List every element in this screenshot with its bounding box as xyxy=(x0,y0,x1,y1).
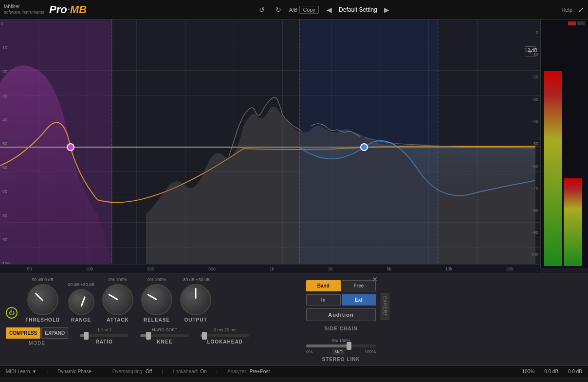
lookahead-item: Lookahead: On xyxy=(173,369,207,374)
undo-button[interactable]: ↺ xyxy=(256,5,268,15)
ab-copy-area[interactable]: A/B Copy xyxy=(289,6,319,14)
lookahead-thumb[interactable] xyxy=(202,332,207,340)
knee-slider[interactable] xyxy=(140,334,189,337)
stereo-bottom: 0% M/D 100% xyxy=(306,349,376,355)
stereo-thumb[interactable] xyxy=(347,342,351,350)
dynamic-phase-item[interactable]: Dynamic Phase xyxy=(57,369,92,374)
header-center: ↺ ↻ A/B Copy ◀ Default Setting ▶ xyxy=(87,5,561,15)
stereo-group: 0% 100% 0% M/D 100% STEREO LINK xyxy=(306,338,376,362)
threshold-indicator xyxy=(35,292,43,301)
attack-range: 0% 100% xyxy=(109,277,128,282)
stereo-slider[interactable] xyxy=(306,344,376,347)
zoom-item: 100% xyxy=(522,369,535,374)
db-val1-item: 0.0 dB xyxy=(544,369,558,374)
ratio-thumb[interactable] xyxy=(84,332,89,340)
close-sidechain-button[interactable]: ✕ xyxy=(372,275,378,283)
lookahead-group: 0 ms 20 ms LOOKAHEAD xyxy=(201,327,249,344)
prev-preset-button[interactable]: ◀ xyxy=(324,5,335,15)
status-bar: MIDI Learn ▼ | Dynamic Phase | Oversampl… xyxy=(0,365,588,377)
range-knob[interactable] xyxy=(68,289,94,315)
dynamic-phase-label: Dynamic Phase xyxy=(57,369,92,374)
midi-learn-arrow: ▼ xyxy=(32,369,37,374)
lookahead-slider[interactable] xyxy=(201,334,249,337)
vu-right xyxy=(564,178,582,266)
analyzer-val[interactable]: Pre+Post xyxy=(250,369,270,374)
freq-labels: 50 100 200 500 1k 2k 5k 10k 20k xyxy=(0,264,540,273)
oversampling-val[interactable]: Off xyxy=(146,369,152,374)
db-val1: 0.0 dB xyxy=(544,369,558,374)
knee-range: HARD SOFT xyxy=(152,327,177,332)
release-label: RELEASE xyxy=(144,317,170,323)
audition-button[interactable]: Audition xyxy=(306,308,376,321)
stereo-fill xyxy=(306,344,348,347)
ratio-group: 1:1 ∞:1 RATIO xyxy=(80,327,129,344)
preset-name: Default Setting xyxy=(339,6,377,13)
clip-left xyxy=(568,21,576,25)
threshold-range: 90 dB 0 dB xyxy=(32,277,54,282)
release-indicator xyxy=(147,294,157,301)
analyzer-label: Analyzer: xyxy=(227,369,248,374)
threshold-knob[interactable] xyxy=(27,284,58,315)
mode-group: COMPRESS EXPAND MODE xyxy=(6,327,68,346)
release-range: 0% 100% xyxy=(147,277,166,282)
output-group: -30 dB +30 dB OUTPUT xyxy=(180,277,211,323)
logo-area: fabfilter software instruments Pro·MB xyxy=(4,3,87,16)
output-label: OUTPUT xyxy=(184,317,207,323)
expert-tab[interactable]: EXPERT xyxy=(381,293,389,320)
fullscreen-button[interactable]: ⤢ xyxy=(578,6,584,14)
attack-indicator xyxy=(108,294,118,301)
compress-button[interactable]: COMPRESS xyxy=(6,327,40,339)
redo-button[interactable]: ↻ xyxy=(273,5,284,15)
oversampling-item: Oversampling: Off xyxy=(112,369,152,374)
threshold-group: 90 dB 0 dB THRESHOLD xyxy=(25,277,60,323)
controls-left: ⏻ 90 dB 0 dB THRESHOLD 30 dB +30 dB RANG… xyxy=(0,273,302,365)
knee-thumb[interactable] xyxy=(146,332,151,340)
clip-right xyxy=(577,21,585,25)
mode-label: MODE xyxy=(6,341,68,346)
header-right: Help ⤢ xyxy=(561,6,584,14)
power-button[interactable]: ⏻ xyxy=(6,307,18,319)
bottom-controls-row: COMPRESS EXPAND MODE 1:1 ∞:1 RATIO HARD … xyxy=(6,325,296,346)
knee-label: KNEE xyxy=(157,339,172,344)
in-button[interactable]: In xyxy=(306,294,341,306)
stereo-mid-btn[interactable]: M/D xyxy=(332,349,345,355)
lookahead-status-label: Lookahead: xyxy=(173,369,198,374)
output-indicator xyxy=(195,288,197,299)
db-top-label: 12 dB xyxy=(525,48,537,53)
range-indicator xyxy=(80,296,85,307)
handle-purple[interactable] xyxy=(67,143,74,151)
ext-button[interactable]: Ext xyxy=(342,294,376,306)
side-chain-label: SIDE CHAIN xyxy=(306,326,376,331)
band-free-row: Band Free xyxy=(306,280,376,291)
stereo-link-label: STEREO LINK xyxy=(306,357,376,362)
next-preset-button[interactable]: ▶ xyxy=(381,5,392,15)
free-button[interactable]: Free xyxy=(342,280,376,291)
range-range: 30 dB +30 dB xyxy=(68,282,94,287)
oversampling-label: Oversampling: xyxy=(112,369,144,374)
output-range: -30 dB +30 dB xyxy=(182,277,210,282)
lookahead-status-val[interactable]: On xyxy=(200,369,206,374)
vu-left xyxy=(544,71,562,266)
attack-group: 0% 100% ATTACK xyxy=(102,277,133,323)
header: fabfilter software instruments Pro·MB ↺ … xyxy=(0,0,588,19)
ratio-range: 1:1 ∞:1 xyxy=(97,327,111,332)
db-val2: 0.0 dB xyxy=(568,369,582,374)
midi-learn-item[interactable]: MIDI Learn ▼ xyxy=(6,369,37,374)
band-button[interactable]: Band xyxy=(306,280,341,291)
ratio-label: RATIO xyxy=(95,339,112,344)
ratio-slider[interactable] xyxy=(80,334,129,337)
spectrum-svg xyxy=(0,19,535,268)
output-knob[interactable] xyxy=(180,284,211,315)
release-knob[interactable] xyxy=(141,284,172,315)
copy-label: Copy xyxy=(299,6,319,14)
logo-fab: fabfilter software instruments xyxy=(4,4,44,15)
lookahead-range: 0 ms 20 ms xyxy=(214,327,237,332)
attack-knob[interactable] xyxy=(102,284,133,315)
help-button[interactable]: Help xyxy=(561,7,572,13)
sidechain-panel: ✕ Band Free In Ext Audition SIDE CHAIN 0… xyxy=(302,273,380,365)
handle-blue[interactable] xyxy=(360,143,368,151)
in-ext-row: In Ext xyxy=(306,294,376,306)
expand-button[interactable]: EXPAND xyxy=(41,327,68,339)
knobs-row: ⏻ 90 dB 0 dB THRESHOLD 30 dB +30 dB RANG… xyxy=(6,277,296,323)
ab-label: A/B xyxy=(289,7,298,13)
